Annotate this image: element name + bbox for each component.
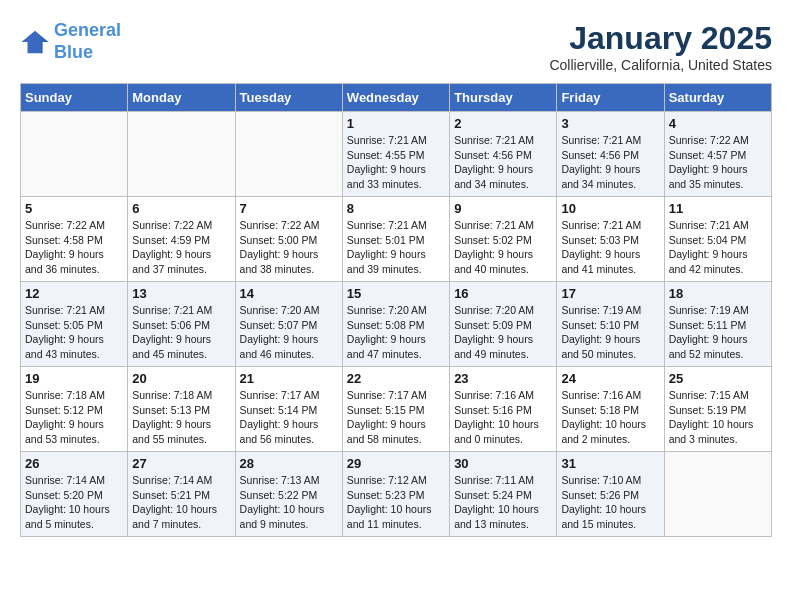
day-info: Sunrise: 7:20 AM Sunset: 5:09 PM Dayligh… <box>454 303 552 362</box>
day-info: Sunrise: 7:21 AM Sunset: 4:55 PM Dayligh… <box>347 133 445 192</box>
day-info: Sunrise: 7:12 AM Sunset: 5:23 PM Dayligh… <box>347 473 445 532</box>
calendar-cell: 1Sunrise: 7:21 AM Sunset: 4:55 PM Daylig… <box>342 112 449 197</box>
calendar-cell: 5Sunrise: 7:22 AM Sunset: 4:58 PM Daylig… <box>21 197 128 282</box>
calendar-cell: 19Sunrise: 7:18 AM Sunset: 5:12 PM Dayli… <box>21 367 128 452</box>
day-number: 15 <box>347 286 445 301</box>
calendar-cell <box>664 452 771 537</box>
page-header: General Blue January 2025 Collierville, … <box>20 20 772 73</box>
day-info: Sunrise: 7:16 AM Sunset: 5:18 PM Dayligh… <box>561 388 659 447</box>
calendar-cell <box>235 112 342 197</box>
day-info: Sunrise: 7:17 AM Sunset: 5:14 PM Dayligh… <box>240 388 338 447</box>
calendar-title: January 2025 <box>549 20 772 57</box>
day-number: 20 <box>132 371 230 386</box>
calendar-cell: 4Sunrise: 7:22 AM Sunset: 4:57 PM Daylig… <box>664 112 771 197</box>
day-number: 11 <box>669 201 767 216</box>
calendar-cell: 3Sunrise: 7:21 AM Sunset: 4:56 PM Daylig… <box>557 112 664 197</box>
calendar-cell: 15Sunrise: 7:20 AM Sunset: 5:08 PM Dayli… <box>342 282 449 367</box>
calendar-cell: 25Sunrise: 7:15 AM Sunset: 5:19 PM Dayli… <box>664 367 771 452</box>
day-number: 13 <box>132 286 230 301</box>
day-info: Sunrise: 7:19 AM Sunset: 5:10 PM Dayligh… <box>561 303 659 362</box>
calendar-cell: 21Sunrise: 7:17 AM Sunset: 5:14 PM Dayli… <box>235 367 342 452</box>
title-block: January 2025 Collierville, California, U… <box>549 20 772 73</box>
calendar-cell: 17Sunrise: 7:19 AM Sunset: 5:10 PM Dayli… <box>557 282 664 367</box>
calendar-cell: 24Sunrise: 7:16 AM Sunset: 5:18 PM Dayli… <box>557 367 664 452</box>
col-saturday: Saturday <box>664 84 771 112</box>
day-info: Sunrise: 7:16 AM Sunset: 5:16 PM Dayligh… <box>454 388 552 447</box>
calendar-cell: 13Sunrise: 7:21 AM Sunset: 5:06 PM Dayli… <box>128 282 235 367</box>
day-info: Sunrise: 7:22 AM Sunset: 4:57 PM Dayligh… <box>669 133 767 192</box>
calendar-cell: 11Sunrise: 7:21 AM Sunset: 5:04 PM Dayli… <box>664 197 771 282</box>
col-sunday: Sunday <box>21 84 128 112</box>
calendar-cell: 2Sunrise: 7:21 AM Sunset: 4:56 PM Daylig… <box>450 112 557 197</box>
day-number: 4 <box>669 116 767 131</box>
calendar-cell: 14Sunrise: 7:20 AM Sunset: 5:07 PM Dayli… <box>235 282 342 367</box>
day-number: 6 <box>132 201 230 216</box>
calendar-cell: 16Sunrise: 7:20 AM Sunset: 5:09 PM Dayli… <box>450 282 557 367</box>
day-number: 19 <box>25 371 123 386</box>
day-number: 22 <box>347 371 445 386</box>
day-info: Sunrise: 7:14 AM Sunset: 5:20 PM Dayligh… <box>25 473 123 532</box>
day-info: Sunrise: 7:20 AM Sunset: 5:07 PM Dayligh… <box>240 303 338 362</box>
calendar-week-1: 1Sunrise: 7:21 AM Sunset: 4:55 PM Daylig… <box>21 112 772 197</box>
calendar-cell: 8Sunrise: 7:21 AM Sunset: 5:01 PM Daylig… <box>342 197 449 282</box>
day-number: 31 <box>561 456 659 471</box>
day-info: Sunrise: 7:15 AM Sunset: 5:19 PM Dayligh… <box>669 388 767 447</box>
day-number: 25 <box>669 371 767 386</box>
calendar-week-5: 26Sunrise: 7:14 AM Sunset: 5:20 PM Dayli… <box>21 452 772 537</box>
logo-text: General Blue <box>54 20 121 63</box>
col-friday: Friday <box>557 84 664 112</box>
col-wednesday: Wednesday <box>342 84 449 112</box>
day-info: Sunrise: 7:22 AM Sunset: 4:59 PM Dayligh… <box>132 218 230 277</box>
calendar-cell: 27Sunrise: 7:14 AM Sunset: 5:21 PM Dayli… <box>128 452 235 537</box>
calendar-cell: 18Sunrise: 7:19 AM Sunset: 5:11 PM Dayli… <box>664 282 771 367</box>
calendar-cell: 31Sunrise: 7:10 AM Sunset: 5:26 PM Dayli… <box>557 452 664 537</box>
day-info: Sunrise: 7:21 AM Sunset: 5:04 PM Dayligh… <box>669 218 767 277</box>
calendar-cell: 12Sunrise: 7:21 AM Sunset: 5:05 PM Dayli… <box>21 282 128 367</box>
day-info: Sunrise: 7:19 AM Sunset: 5:11 PM Dayligh… <box>669 303 767 362</box>
day-number: 30 <box>454 456 552 471</box>
calendar-cell: 9Sunrise: 7:21 AM Sunset: 5:02 PM Daylig… <box>450 197 557 282</box>
calendar-subtitle: Collierville, California, United States <box>549 57 772 73</box>
day-number: 17 <box>561 286 659 301</box>
day-number: 2 <box>454 116 552 131</box>
header-row: Sunday Monday Tuesday Wednesday Thursday… <box>21 84 772 112</box>
day-info: Sunrise: 7:21 AM Sunset: 5:02 PM Dayligh… <box>454 218 552 277</box>
col-tuesday: Tuesday <box>235 84 342 112</box>
logo-line1: General <box>54 20 121 40</box>
calendar-cell: 30Sunrise: 7:11 AM Sunset: 5:24 PM Dayli… <box>450 452 557 537</box>
calendar-cell <box>128 112 235 197</box>
day-info: Sunrise: 7:21 AM Sunset: 5:01 PM Dayligh… <box>347 218 445 277</box>
day-number: 18 <box>669 286 767 301</box>
calendar-cell: 23Sunrise: 7:16 AM Sunset: 5:16 PM Dayli… <box>450 367 557 452</box>
day-info: Sunrise: 7:14 AM Sunset: 5:21 PM Dayligh… <box>132 473 230 532</box>
day-info: Sunrise: 7:20 AM Sunset: 5:08 PM Dayligh… <box>347 303 445 362</box>
day-info: Sunrise: 7:21 AM Sunset: 5:06 PM Dayligh… <box>132 303 230 362</box>
day-info: Sunrise: 7:22 AM Sunset: 4:58 PM Dayligh… <box>25 218 123 277</box>
day-number: 29 <box>347 456 445 471</box>
day-number: 8 <box>347 201 445 216</box>
logo-line2: Blue <box>54 42 93 62</box>
day-info: Sunrise: 7:13 AM Sunset: 5:22 PM Dayligh… <box>240 473 338 532</box>
day-number: 24 <box>561 371 659 386</box>
calendar-cell: 29Sunrise: 7:12 AM Sunset: 5:23 PM Dayli… <box>342 452 449 537</box>
day-info: Sunrise: 7:18 AM Sunset: 5:13 PM Dayligh… <box>132 388 230 447</box>
day-number: 23 <box>454 371 552 386</box>
calendar-cell: 28Sunrise: 7:13 AM Sunset: 5:22 PM Dayli… <box>235 452 342 537</box>
day-info: Sunrise: 7:21 AM Sunset: 5:05 PM Dayligh… <box>25 303 123 362</box>
calendar-cell: 26Sunrise: 7:14 AM Sunset: 5:20 PM Dayli… <box>21 452 128 537</box>
day-number: 21 <box>240 371 338 386</box>
day-number: 10 <box>561 201 659 216</box>
calendar-cell: 10Sunrise: 7:21 AM Sunset: 5:03 PM Dayli… <box>557 197 664 282</box>
day-info: Sunrise: 7:21 AM Sunset: 5:03 PM Dayligh… <box>561 218 659 277</box>
calendar-cell: 6Sunrise: 7:22 AM Sunset: 4:59 PM Daylig… <box>128 197 235 282</box>
svg-marker-1 <box>41 37 49 53</box>
day-info: Sunrise: 7:10 AM Sunset: 5:26 PM Dayligh… <box>561 473 659 532</box>
calendar-cell <box>21 112 128 197</box>
day-number: 12 <box>25 286 123 301</box>
day-number: 3 <box>561 116 659 131</box>
calendar-week-4: 19Sunrise: 7:18 AM Sunset: 5:12 PM Dayli… <box>21 367 772 452</box>
calendar-week-2: 5Sunrise: 7:22 AM Sunset: 4:58 PM Daylig… <box>21 197 772 282</box>
logo: General Blue <box>20 20 121 63</box>
day-info: Sunrise: 7:22 AM Sunset: 5:00 PM Dayligh… <box>240 218 338 277</box>
logo-icon <box>20 27 50 57</box>
